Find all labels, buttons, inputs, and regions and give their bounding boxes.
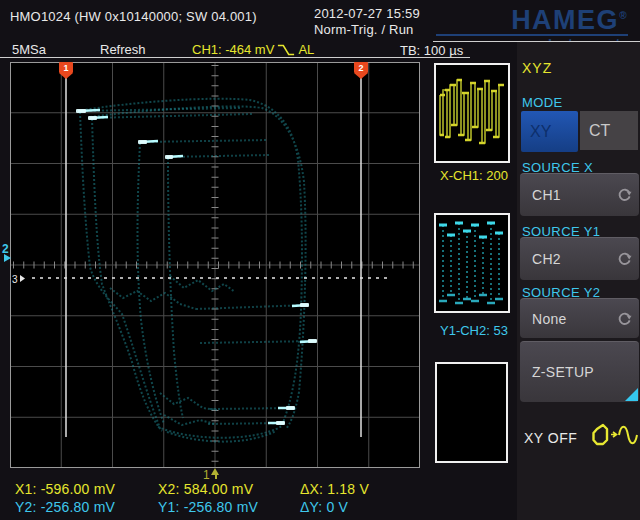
- xy-off-label[interactable]: XY OFF: [524, 430, 577, 446]
- submenu-triangle-icon: [625, 388, 638, 401]
- xy-display: 3 1 2: [10, 62, 420, 468]
- oscilloscope-screen: HMO1024 (HW 0x10140000; SW 04.001) 2012-…: [0, 0, 640, 520]
- source-y2-button[interactable]: None: [520, 298, 639, 338]
- cursor-y2-readout: Y2: -256.80 mV: [15, 499, 115, 515]
- cursor2-flag-label: 2: [358, 63, 363, 73]
- device-info: HMO1024 (HW 0x10140000; SW 04.001): [10, 9, 257, 24]
- cursor-x2-readout: X2: 584.00 mV: [158, 481, 253, 497]
- mode-xy-label: XY: [530, 123, 551, 141]
- falling-edge-icon: [277, 44, 295, 56]
- acquisition-mode: Refresh: [100, 42, 146, 57]
- datetime: 2012-07-27 15:59: [314, 6, 420, 21]
- y1-source-thumbnail-label: Y1-CH2: 53: [440, 323, 517, 338]
- source-y1-value: CH2: [532, 251, 561, 267]
- mode-xy-button[interactable]: XY: [521, 111, 578, 152]
- sample-rate: 5MSa: [12, 42, 46, 57]
- x-source-waveform: [436, 65, 508, 161]
- brand-wordmark: HAMEG®: [430, 2, 628, 34]
- y1-source-thumbnail: [434, 213, 510, 313]
- rotary-knob-icon: [617, 188, 632, 203]
- rotary-knob-icon: [617, 311, 632, 326]
- separator-under-toolbar: [0, 57, 470, 58]
- cursor1-flag-label: 1: [63, 63, 68, 73]
- xy-off-icon[interactable]: [592, 420, 640, 454]
- trigger-coupling: AL: [298, 42, 314, 57]
- trigger-info: CH1: -464 mV: [192, 42, 274, 57]
- mode-label: MODE: [522, 95, 563, 110]
- mode-ct-button[interactable]: CT: [580, 111, 638, 150]
- cursor-delta-y-readout: ΔY: 0 V: [300, 499, 348, 515]
- z-setup-label: Z-SETUP: [532, 364, 594, 380]
- cursor-delta-x-readout: ΔX: 1.18 V: [300, 481, 369, 497]
- x-source-thumbnail-label: X-CH1: 200: [440, 168, 517, 183]
- trigger-status: Norm-Trig. / Run: [314, 22, 414, 37]
- ch2-position-arrow-icon: [4, 254, 11, 262]
- source-x-value: CH1: [532, 187, 561, 203]
- menu-title: XYZ: [522, 60, 552, 76]
- y2-source-thumbnail-empty: [435, 362, 508, 463]
- source-x-button[interactable]: CH1: [520, 173, 639, 216]
- y1-source-waveform: [436, 215, 508, 311]
- mode-ct-label: CT: [589, 122, 610, 140]
- z-setup-button[interactable]: Z-SETUP: [520, 341, 639, 402]
- trigger-position-arrow-stem: [215, 474, 218, 479]
- xyz-menu-panel: XYZ MODE XY CT SOURCE X CH1 SOURCE Y1 CH…: [517, 42, 640, 520]
- timebase: TB: 100 µs: [400, 43, 463, 58]
- x-source-thumbnail: [434, 63, 510, 163]
- trigger-readout: CH1: -464 mV AL: [192, 42, 314, 57]
- registered-mark: ®: [619, 10, 628, 21]
- rotary-knob-icon: [617, 252, 632, 267]
- brand-text: HAMEG: [511, 5, 619, 35]
- cursor-x1-readout: X1: -596.00 mV: [15, 481, 115, 497]
- marker3-label: 3: [12, 274, 18, 285]
- cursor-y1-readout: Y1: -256.80 mV: [158, 499, 258, 515]
- source-y1-button[interactable]: CH2: [520, 237, 639, 280]
- trigger-position-label: 1: [203, 469, 210, 481]
- source-y2-value: None: [532, 311, 567, 327]
